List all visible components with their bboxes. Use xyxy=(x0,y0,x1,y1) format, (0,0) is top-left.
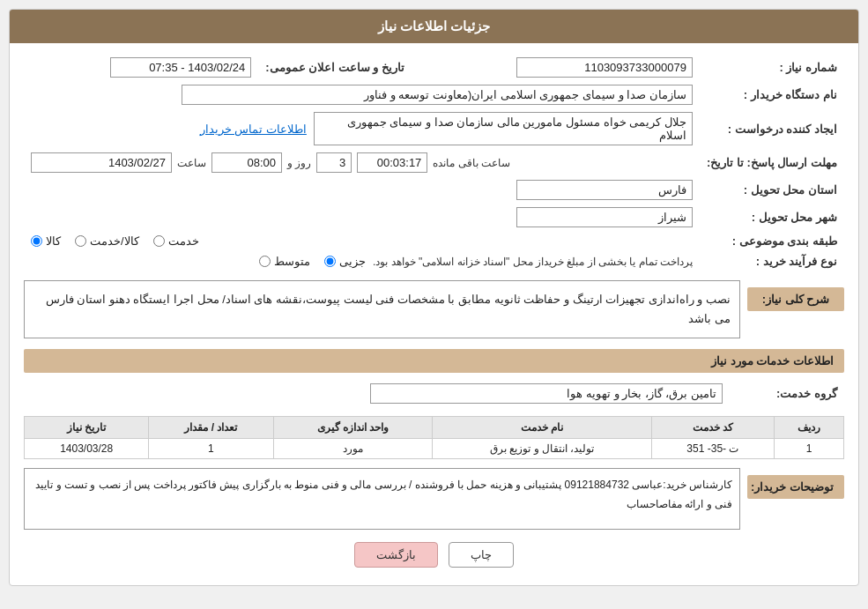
radio-kala-label: کالا xyxy=(46,234,61,248)
shomare-niaz-value: 1103093733000079 xyxy=(516,57,693,78)
mohlat-label: مهلت ارسال پاسخ: تا تاریخ: xyxy=(700,149,844,176)
shahr-label: شهر محل تحویل : xyxy=(700,204,844,231)
radio-motavaset-label: متوسط xyxy=(274,255,310,268)
services-section-header: اطلاعات خدمات مورد نیاز xyxy=(24,349,844,373)
tabaqebandi-label: طبقه بندی موضوعی : xyxy=(700,231,844,251)
cell-radif: 1 xyxy=(775,439,844,459)
radio-jozi-label: جزیی xyxy=(339,255,366,268)
radio-kala-khadamat[interactable]: کالا/خدمت xyxy=(75,234,139,248)
cell-tedad: 1 xyxy=(149,439,273,459)
print-button[interactable]: چاپ xyxy=(449,542,514,568)
ijadkonande-value: جلال کریمی خواه مسئول مامورین مالی سازما… xyxy=(314,112,693,145)
bagi-label: ساعت باقی مانده xyxy=(433,157,510,169)
buyer-notes-label: توضیحات خریدار: xyxy=(747,475,844,499)
tarikh-pasokh-value: 1403/02/27 xyxy=(31,152,172,173)
cell-tarikh: 1403/03/28 xyxy=(25,439,149,459)
page-title: جزئیات اطلاعات نیاز xyxy=(10,10,858,43)
bagi-value: 00:03:17 xyxy=(357,152,427,173)
roz-label: روز و xyxy=(287,157,311,169)
grohe-khadamat-label: گروه خدمت: xyxy=(730,380,844,407)
table-row: 1 ت -35- 351 تولید، انتقال و توزیع برق م… xyxy=(25,439,844,459)
cell-name: تولید، انتقال و توزیع برق xyxy=(433,439,651,459)
sharh-value: نصب و راه‌اندازی تجهیزات ارتینگ و حفاظت … xyxy=(24,280,740,338)
radio-khadamat-label: خدمت xyxy=(168,234,199,248)
radio-kala-khadamat-label: کالا/خدمت xyxy=(90,234,139,248)
roz-value: 3 xyxy=(316,152,352,173)
namdastgah-value: سازمان صدا و سیمای جمهوری اسلامی ایران(م… xyxy=(182,85,693,105)
ostan-value: فارس xyxy=(516,180,693,200)
sharh-section-header: شرح کلی نیاز: xyxy=(747,287,844,311)
col-kod: کد خدمت xyxy=(651,417,775,439)
col-radif: ردیف xyxy=(775,417,844,439)
ostan-label: استان محل تحویل : xyxy=(700,176,844,204)
radio-khadamat[interactable]: خدمت xyxy=(153,234,199,248)
namdastgah-label: نام دستگاه خریدار : xyxy=(700,81,844,108)
col-name: نام خدمت xyxy=(433,417,651,439)
col-tedad: تعداد / مقدار xyxy=(149,417,273,439)
cell-vahed: مورد xyxy=(273,439,433,459)
col-vahed: واحد اندازه گیری xyxy=(273,417,433,439)
tarikh-ialan-label: تاریخ و ساعت اعلان عمومی: xyxy=(258,54,412,81)
radio-jozi[interactable]: جزیی xyxy=(324,255,366,268)
radio-kala[interactable]: کالا xyxy=(31,234,61,248)
noe-farayand-label: نوع فرآیند خرید : xyxy=(700,251,844,271)
services-table: ردیف کد خدمت نام خدمت واحد اندازه گیری ت… xyxy=(24,416,844,459)
shomare-niaz-label: شماره نیاز : xyxy=(700,54,844,81)
saat-label: ساعت xyxy=(177,157,206,169)
back-button[interactable]: بازگشت xyxy=(354,542,438,568)
etelaat-tamas-link[interactable]: اطلاعات تماس خریدار xyxy=(200,123,307,136)
col-tarikh: تاریخ نیاز xyxy=(25,417,149,439)
saat-value: 08:00 xyxy=(211,152,282,173)
tarikh-ialan-value: 1403/02/24 - 07:35 xyxy=(110,57,251,78)
shahr-value: شیراز xyxy=(516,207,693,227)
radio-motavaset[interactable]: متوسط xyxy=(259,255,310,268)
buyer-notes-value: کارشناس خرید:عباسی 09121884732 پشتیبانی … xyxy=(24,468,740,530)
ijadkonande-label: ایجاد کننده درخواست : xyxy=(700,108,844,149)
cell-kod: ت -35- 351 xyxy=(651,439,775,459)
noe-farayand-note: پرداخت تمام یا بخشی از مبلغ خریداز محل "… xyxy=(373,256,693,268)
grohe-khadamat-value: تامین برق، گاز، بخار و تهویه هوا xyxy=(370,383,723,404)
